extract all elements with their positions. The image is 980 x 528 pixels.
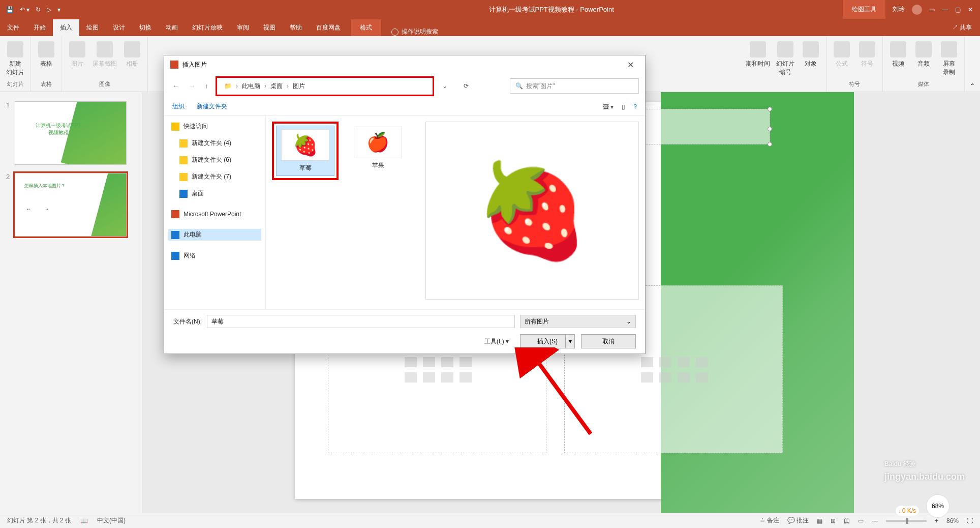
zoom-slider[interactable] [886,520,927,522]
sorter-view-icon[interactable]: ⊞ [831,517,836,524]
network-speed-badge: ↓ 0 K/s [896,506,919,516]
group-label-symbols: 符号 [849,80,860,90]
tab-animations[interactable]: 动画 [159,19,185,36]
screen-recording-button[interactable]: 屏幕 录制 [939,41,959,77]
new-folder-button[interactable]: 新建文件夹 [197,102,227,111]
cancel-button[interactable]: 取消 [581,334,636,348]
help-icon[interactable]: ? [633,103,637,110]
tab-design[interactable]: 设计 [106,19,132,36]
breadcrumb-segment[interactable]: 图片 [293,82,305,91]
table-button[interactable]: 表格 [36,41,56,68]
quickaccess-more-icon[interactable]: ▾ [57,6,60,13]
dialog-close-icon[interactable]: ✕ [622,57,639,73]
tab-file[interactable]: 文件 [0,19,26,36]
tree-powerpoint[interactable]: Microsoft PowerPoint [168,209,261,220]
undo-icon[interactable]: ↶ ▾ [20,6,29,13]
insert-button[interactable]: 插入(S) ▾ [520,334,575,348]
slide-thumbnail-2[interactable]: 怎样插入本地图片？ .... [15,173,127,237]
filename-input[interactable] [207,315,515,328]
status-bar: 幻灯片 第 2 张，共 2 张 📖 中文(中国) ≐ 备注 💬 批注 ▦ ⊞ 🕮… [0,513,980,528]
nav-up-icon[interactable]: ↑ [203,80,210,92]
nav-forward-icon[interactable]: → [187,80,198,92]
tell-me-search[interactable]: 操作说明搜索 [391,27,438,36]
close-window-icon[interactable]: ✕ [968,6,973,13]
datetime-button[interactable]: 期和时间 [746,41,770,68]
tree-quick-access[interactable]: 快速访问 [168,121,261,132]
audio-button[interactable]: 音频 [913,41,934,68]
slideshow-view-icon[interactable]: ▭ [858,517,864,524]
search-placeholder: 搜索"图片" [526,82,555,91]
tree-folder[interactable]: 新建文件夹 (7) [168,171,261,183]
tree-network[interactable]: 网络 [168,250,261,261]
breadcrumb-segment[interactable]: 桌面 [270,82,283,91]
nav-back-icon[interactable]: ← [170,80,181,92]
preview-pane-icon[interactable]: ▯ [622,103,625,110]
slide-number-button[interactable]: 幻灯片 编号 [775,41,795,77]
tab-draw[interactable]: 绘图 [79,19,106,36]
thumbnail-number: 1 [6,101,10,109]
breadcrumb-segment[interactable]: 此电脑 [242,82,260,91]
screenshot-button[interactable]: 屏幕截图 [93,41,117,68]
tab-help[interactable]: 帮助 [283,19,309,36]
user-avatar-icon[interactable] [912,5,922,15]
breadcrumb-path-annotated[interactable]: 📁 › 此电脑 › 桌面 › 图片 [216,76,434,96]
zoom-level[interactable]: 86% [946,517,959,524]
preview-pane: 🍓 [425,122,639,300]
tab-transitions[interactable]: 切换 [132,19,159,36]
reading-view-icon[interactable]: 🕮 [844,517,850,524]
search-icon: 🔍 [515,82,523,90]
equation-button[interactable]: 公式 [832,41,852,68]
tab-view[interactable]: 视图 [256,19,283,36]
tab-home[interactable]: 开始 [26,19,53,36]
dialog-search-input[interactable]: 🔍 搜索"图片" [510,78,639,94]
percent-badge: 68% [926,494,950,518]
comments-button[interactable]: 💬 批注 [787,516,809,525]
new-slide-button[interactable]: 新建 幻灯片 [5,41,25,77]
tree-this-pc[interactable]: 此电脑 [168,229,261,241]
notes-button[interactable]: ≐ 备注 [760,516,779,525]
normal-view-icon[interactable]: ▦ [817,517,822,524]
maximize-icon[interactable]: ▢ [955,6,961,13]
spellcheck-icon[interactable]: 📖 [80,517,88,524]
album-button[interactable]: 相册 [122,41,142,68]
insert-dropdown-icon[interactable]: ▾ [565,335,574,348]
slide-thumbnail-1[interactable]: 计算机一级考试PPT 视频教程 [15,101,127,165]
refresh-icon[interactable]: ⟳ [461,79,472,93]
slide-thumbnails-panel: 1 计算机一级考试PPT 视频教程 2 怎样插入本地图片？ .... [0,92,142,513]
title-bar: 💾 ↶ ▾ ↻ ▷ ▾ 计算机一级考试PPT视频教程 - PowerPoint … [0,0,980,19]
video-button[interactable]: 视频 [888,41,908,68]
symbol-button[interactable]: 符号 [857,41,877,68]
tab-slideshow[interactable]: 幻灯片放映 [185,19,230,36]
file-type-filter[interactable]: 所有图片⌄ [520,315,636,328]
watermark: Baidu 经验 jingyan.baidu.com [884,444,965,482]
start-slideshow-icon[interactable]: ▷ [47,6,51,13]
tab-format[interactable]: 格式 [351,19,381,36]
thumbnail-number: 2 [6,173,10,181]
tools-dropdown[interactable]: 工具(L) ▾ [484,337,509,346]
redo-icon[interactable]: ↻ [36,6,41,13]
collapse-ribbon-icon[interactable]: ⌃ [970,82,975,90]
picture-button[interactable]: 图片 [67,41,87,68]
tab-review[interactable]: 审阅 [230,19,256,36]
tell-me-placeholder: 操作说明搜索 [402,27,438,36]
file-item-apple[interactable]: 🍎 苹果 [349,124,407,180]
share-button[interactable]: ↗ 共享 [944,19,980,36]
save-icon[interactable]: 💾 [6,6,14,13]
object-button[interactable]: 对象 [801,41,821,68]
organize-button[interactable]: 组织 [172,102,185,111]
view-mode-icon[interactable]: 🖼 ▾ [603,103,614,110]
ribbon-options-icon[interactable]: ▭ [929,6,935,13]
minimize-icon[interactable]: — [942,6,948,13]
tree-folder[interactable]: 新建文件夹 (4) [168,137,261,149]
tab-insert[interactable]: 插入 [53,19,79,36]
tree-folder[interactable]: 新建文件夹 (6) [168,154,261,166]
fit-window-icon[interactable]: ⛶ [967,517,973,524]
path-dropdown-icon[interactable]: ⌄ [439,79,450,93]
zoom-in-icon[interactable]: + [935,517,938,524]
tab-baidu[interactable]: 百度网盘 [309,19,348,36]
chevron-down-icon: ⌄ [626,318,631,325]
tree-desktop[interactable]: 桌面 [168,188,261,199]
language-indicator[interactable]: 中文(中国) [97,516,126,525]
zoom-out-icon[interactable]: — [872,517,878,524]
file-item-strawberry[interactable]: 🍓 草莓 [276,126,334,176]
